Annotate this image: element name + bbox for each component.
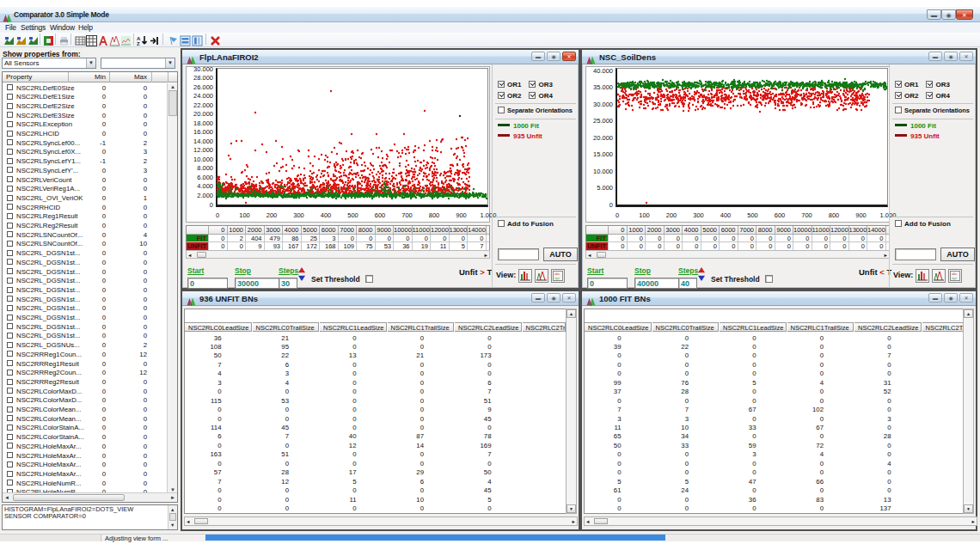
svg-text:xyz: xyz [554, 276, 560, 280]
svg-text:xyz: xyz [952, 276, 957, 280]
svg-text:Z: Z [137, 41, 140, 46]
